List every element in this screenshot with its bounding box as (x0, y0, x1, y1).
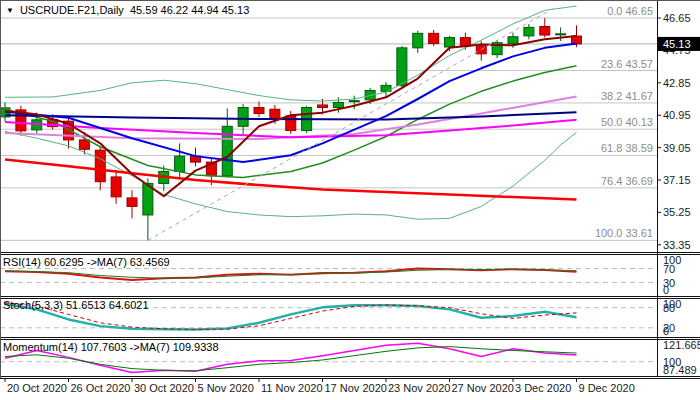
date-axis-label: 30 Oct 2020 (134, 382, 194, 394)
current-price-value: 45.13 (663, 38, 691, 50)
date-axis-label: 17 Nov 2020 (325, 382, 387, 394)
candle-body (349, 101, 359, 102)
candle-body (476, 46, 486, 54)
momentum-axis-label: 87.489 (663, 364, 697, 376)
stoch-axis-label: 0 (663, 325, 669, 337)
date-axis-label: 26 Oct 2020 (71, 382, 131, 394)
fib-label: 61.8 38.59 (601, 142, 653, 154)
candle-body (270, 109, 280, 119)
candle-body (429, 33, 439, 43)
stoch-axis-label: 80 (663, 302, 675, 314)
price-axis-label: 39.05 (663, 142, 691, 154)
price-axis-label: 33.35 (663, 239, 691, 251)
candle-body (127, 198, 137, 207)
fib-label: 100.0 33.61 (595, 227, 653, 239)
candle-body (111, 177, 121, 197)
candle-body (540, 27, 550, 36)
price-axis-label: 35.25 (663, 206, 691, 218)
candle-body (254, 108, 264, 114)
date-axis-label: 3 Dec 2020 (515, 382, 571, 394)
chart-title-bar: ▼USCRUDE.F21,Daily 45.59 46.22 44.94 45.… (6, 4, 249, 16)
date-axis-label: 11 Nov 2020 (261, 382, 323, 394)
ohlc-values: 45.59 46.22 44.94 45.13 (130, 4, 249, 16)
current-price-tag: 45.13 (658, 37, 700, 51)
rsi-axis-label: 0 (663, 284, 669, 296)
candle-body (175, 156, 185, 171)
sma-long-red (5, 160, 577, 200)
date-axis-label: 20 Oct 2020 (7, 382, 67, 394)
candle-body (333, 102, 343, 107)
price-axis-label: 46.65 (663, 12, 691, 24)
stoch-label: Stoch(5,3,3) 51.6513 64.6021 (3, 299, 149, 311)
candle-body (508, 37, 518, 44)
candle-body (95, 150, 105, 182)
bollinger-upper (5, 6, 577, 101)
date-axis[interactable]: 20 Oct 202026 Oct 202030 Oct 20205 Nov 2… (5, 379, 635, 395)
candle-body (318, 105, 328, 108)
fibonacci-levels: 0.0 46.6523.6 43.5738.2 41.6750.0 40.136… (0, 5, 657, 240)
date-axis-label: 27 Nov 2020 (452, 382, 514, 394)
fib-label: 38.2 41.67 (601, 90, 653, 102)
fib-label: 76.4 36.69 (601, 175, 653, 187)
fib-label: 0.0 46.65 (607, 5, 653, 17)
collapse-indicators-icon[interactable]: ▼ (6, 6, 14, 15)
momentum-axis-label: 121.6657 (663, 339, 700, 351)
mt4-chart-window: 0.0 46.6523.6 43.5738.2 41.6750.0 40.136… (0, 0, 700, 400)
rsi-label: RSI(14) 60.6295 ->MA(7) 63.4569 (3, 256, 170, 268)
candle-body (79, 140, 89, 149)
candle-body (397, 48, 407, 86)
momentum-label: Momentum(14) 107.7603 ->MA(7) 109.9338 (3, 341, 219, 353)
symbol-title: USCRUDE.F21,Daily (20, 4, 124, 16)
candle-body (413, 33, 423, 47)
chart-canvas[interactable]: 0.0 46.6523.6 43.5738.2 41.6750.0 40.136… (0, 0, 700, 400)
candle-body (445, 38, 455, 47)
fib-label: 23.6 43.57 (601, 58, 653, 70)
candle-body (556, 34, 566, 35)
price-axis-label: 40.95 (663, 109, 691, 121)
rsi-axis-label: 70 (663, 263, 675, 275)
fib-label: 50.0 40.13 (601, 116, 653, 128)
candle-body (238, 108, 248, 127)
candle-body (524, 27, 534, 36)
bollinger-lower (5, 131, 577, 219)
date-axis-label: 9 Dec 2020 (579, 382, 635, 394)
date-axis-label: 5 Nov 2020 (198, 382, 254, 394)
price-axis-label: 42.85 (663, 77, 691, 89)
date-axis-label: 23 Nov 2020 (388, 382, 450, 394)
price-axis-label: 37.15 (663, 174, 691, 186)
